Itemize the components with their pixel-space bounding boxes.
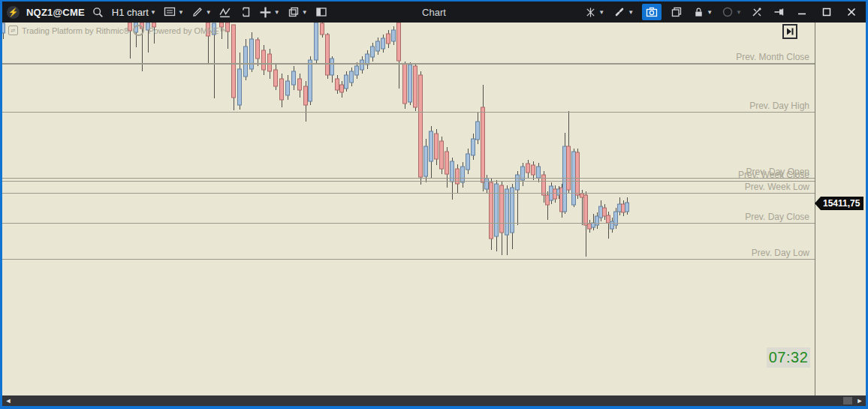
minimize-icon[interactable] (794, 5, 810, 20)
maximize-icon[interactable] (818, 5, 835, 20)
chevron-down-icon: ▼ (150, 9, 156, 16)
scroll-thumb[interactable] (843, 397, 852, 404)
screen-icon (163, 5, 176, 19)
app-logo-icon: ⚡ (7, 6, 20, 19)
level-line (2, 259, 815, 260)
chevron-down-icon: ▼ (178, 9, 184, 16)
screen-button[interactable]: ▼ (163, 5, 184, 19)
toolbar-left: ⚡ NQZ1@CME H1 chart ▼ ▼ ▼ (2, 2, 328, 23)
search-icon[interactable] (92, 5, 105, 19)
last-price-tag: 15411,75 (821, 197, 863, 210)
level-line (2, 181, 815, 182)
jump-to-latest-button[interactable] (782, 24, 797, 39)
omne-logo-icon (133, 25, 144, 36)
titlebar: Chart ⚡ NQZ1@CME H1 chart ▼ ▼ ▼ (2, 2, 866, 23)
chevron-down-icon: ▼ (302, 9, 308, 16)
toolbar-right: ▼ ▼ ▼ ▼ (583, 2, 866, 23)
chevron-down-icon: ▼ (206, 9, 212, 16)
add-icon (259, 5, 273, 19)
lock-button[interactable]: ▼ (692, 5, 713, 19)
level-label: Prev. Week Low (745, 182, 809, 192)
lock-icon (692, 5, 705, 19)
add-button[interactable]: ▼ (259, 5, 280, 19)
candles-svg (2, 23, 866, 395)
chevron-down-icon: ▼ (628, 9, 634, 16)
watermark-text-left: Trading Platform by Rithmic® (22, 26, 129, 35)
panel-icon[interactable] (315, 5, 328, 19)
settings-tools-icon[interactable] (750, 5, 764, 19)
timeframe-label: H1 chart (112, 7, 149, 18)
link-icon (613, 5, 626, 19)
chart-canvas[interactable]: Prev. Month ClosePrev. Day HighPrev. Day… (2, 23, 866, 395)
windows-button[interactable]: ▼ (287, 5, 308, 19)
watermark-text-right: Powered by OMNE™ (148, 26, 227, 35)
watermark: ⇄ Trading Platform by Rithmic® Powered b… (8, 25, 228, 36)
horizontal-scrollbar[interactable]: ◄ ► (2, 395, 866, 406)
pointer-tool-icon (583, 5, 597, 19)
level-line (2, 63, 815, 65)
windows-icon (287, 5, 300, 19)
symbol-label[interactable]: NQZ1@CME (26, 7, 85, 18)
level-label: Prev. Day Close (745, 212, 809, 222)
level-label: Prev. Day High (749, 101, 809, 111)
symbol-circle-icon (721, 5, 734, 19)
rithmic-logo-icon: ⇄ (8, 26, 18, 35)
chevron-down-icon: ▼ (274, 9, 280, 16)
scroll-right-icon[interactable]: ► (854, 395, 866, 406)
pointer-tool-button[interactable]: ▼ (583, 5, 604, 19)
pin-icon[interactable] (772, 5, 785, 19)
camera-icon[interactable] (642, 4, 662, 20)
link-button[interactable]: ▼ (613, 5, 634, 19)
level-line (2, 178, 815, 179)
level-label: Prev. Month Close (736, 52, 809, 62)
level-line (2, 223, 815, 224)
symbol-link-button[interactable]: ▼ (721, 5, 742, 19)
chevron-down-icon: ▼ (707, 9, 713, 16)
drawing-tools-button[interactable]: ▼ (191, 5, 212, 19)
timeframe-selector[interactable]: H1 chart ▼ (112, 7, 156, 18)
level-label: Prev. Day Low (752, 248, 809, 258)
level-line (2, 193, 815, 194)
close-icon[interactable] (843, 5, 860, 20)
copy-icon[interactable] (670, 5, 683, 19)
clock: 07:32 (767, 347, 810, 368)
chart-style-icon[interactable] (219, 5, 232, 19)
level-line (2, 112, 815, 113)
chart-window: Chart ⚡ NQZ1@CME H1 chart ▼ ▼ ▼ (0, 0, 868, 409)
chevron-down-icon: ▼ (598, 9, 604, 16)
chevron-down-icon: ▼ (736, 9, 742, 16)
object-icon[interactable] (239, 5, 252, 19)
pencil-icon (191, 5, 204, 19)
level-label: Prev. Week Close (738, 170, 809, 180)
scroll-left-icon[interactable]: ◄ (2, 395, 14, 406)
